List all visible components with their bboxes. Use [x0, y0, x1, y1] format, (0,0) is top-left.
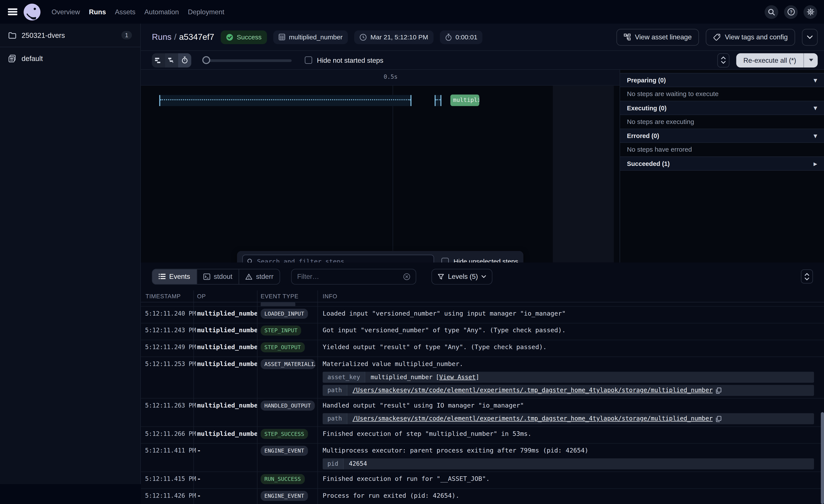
hamburger-menu-icon[interactable] [8, 8, 17, 15]
asset-tag[interactable]: multiplied_number [273, 30, 348, 44]
clear-filter-icon[interactable] [403, 273, 411, 280]
reexecute-all-button[interactable]: Re-execute all (*) [736, 53, 804, 67]
metadata-plain-value: multiplied_number [371, 372, 433, 383]
tag-icon [713, 33, 721, 41]
help-icon[interactable]: ? [784, 5, 798, 19]
gantt-toolbar: Hide not started steps Re-execute all (*… [141, 51, 824, 70]
metadata-row: path/Users/smackesey/stm/code/elementl/e… [323, 413, 814, 424]
terminal-icon [203, 273, 210, 279]
path-link[interactable]: /Users/smackesey/stm/code/elementl/exper… [352, 385, 713, 396]
levels-dropdown-button[interactable]: Levels (5) [432, 269, 493, 284]
gantt-view-mode-toggle [152, 53, 191, 67]
slider-knob[interactable] [202, 56, 210, 64]
events-filter-input[interactable] [297, 272, 403, 280]
col-timestamp: TIMESTAMP [145, 293, 181, 299]
event-type-cell: STEP_OUTPUT [257, 343, 317, 355]
section-errored[interactable]: Errored (0) ▼ [620, 129, 824, 143]
info-text: Process for run exited (pid: 42654). [323, 491, 814, 501]
events-expand-button[interactable] [801, 269, 813, 283]
gantt-waiting-span-short [434, 95, 441, 106]
table-row[interactable]: 5:12:11.243 PMmultiplied_numberSTEP_INPU… [141, 324, 824, 340]
step-search-input[interactable] [257, 258, 429, 263]
header-more-dropdown-button[interactable] [802, 28, 818, 45]
gantt-step-bar[interactable]: multipli… [450, 95, 479, 106]
nav-link-automation[interactable]: Automation [144, 8, 179, 16]
expand-collapse-button[interactable] [717, 53, 729, 67]
axis-tick-label: 0.5s [384, 74, 398, 81]
hide-unselected-checkbox-row[interactable]: Hide unselected steps [441, 258, 518, 263]
timed-view-button[interactable] [178, 53, 191, 67]
section-executing[interactable]: Executing (0) ▼ [620, 101, 824, 115]
op-cell: multiplied_number [193, 401, 257, 410]
gantt-chart[interactable]: multipli… Hide unselected steps [141, 86, 620, 263]
event-type-cell: ENGINE_EVENT [257, 491, 317, 503]
nav-link-deployment[interactable]: Deployment [188, 8, 224, 16]
step-search-box[interactable] [242, 255, 434, 262]
table-row[interactable]: 5:12:11.253 PMmultiplied_numberASSET_MAT… [141, 357, 824, 399]
op-cell: multiplied_number [193, 429, 257, 439]
event-type-badge: ASSET_MATERIALI… [261, 359, 315, 369]
tab-stdout[interactable]: stdout [197, 269, 239, 284]
event-type-cell [257, 302, 317, 306]
col-info: INFO [323, 293, 337, 299]
flat-view-button[interactable] [152, 53, 165, 67]
view-asset-link[interactable]: View Asset [439, 373, 476, 381]
events-table-header: TIMESTAMP OP EVENT TYPE INFO [141, 290, 824, 302]
table-row[interactable]: 5:12:11.411 PM-ENGINE_EVENTMultiprocess … [141, 444, 824, 472]
tab-events[interactable]: Events [152, 269, 197, 284]
copy-icon[interactable] [716, 387, 722, 393]
reexecute-dropdown-button[interactable] [803, 53, 818, 67]
search-icon[interactable] [765, 5, 778, 19]
copy-icon[interactable] [716, 415, 722, 422]
table-row[interactable]: 5:12:11.249 PMmultiplied_numberSTEP_OUTP… [141, 340, 824, 357]
op-cell: multiplied_number [193, 309, 257, 319]
lineage-icon [624, 33, 631, 40]
column-divider [193, 290, 194, 504]
sidebar-item-repository[interactable]: 250321-dvers 1 [0, 24, 140, 47]
info-cell: Process for run exited (pid: 42654). [317, 491, 824, 501]
gantt-gridline [393, 86, 393, 263]
warning-triangle-icon [245, 273, 252, 279]
hide-not-started-checkbox-row[interactable]: Hide not started steps [305, 56, 384, 64]
nav-link-assets[interactable]: Assets [115, 8, 135, 16]
waterfall-view-button[interactable] [165, 53, 178, 67]
dagster-logo-icon[interactable] [23, 3, 41, 21]
op-cell: - [193, 474, 257, 484]
section-preparing[interactable]: Preparing (0) ▼ [620, 73, 824, 87]
settings-gear-icon[interactable] [803, 5, 817, 19]
nav-link-overview[interactable]: Overview [51, 8, 80, 16]
timestamp-cell: 5:12:11.249 PM [141, 343, 194, 352]
timestamp-cell: 5:12:11.263 PM [141, 401, 194, 410]
hide-not-started-checkbox[interactable] [305, 56, 312, 64]
slider-track[interactable] [207, 59, 292, 61]
events-filter-box[interactable] [291, 269, 417, 284]
status-badge: Success [220, 30, 267, 44]
table-row[interactable]: 5:12:11.266 PMmultiplied_numberSTEP_SUCC… [141, 427, 824, 444]
reexecute-split-button: Re-execute all (*) [736, 53, 818, 67]
view-asset-lineage-button[interactable]: View asset lineage [616, 28, 699, 45]
table-row[interactable]: 5:12:11.240 PMmultiplied_numberLOADED_IN… [141, 307, 824, 324]
table-row[interactable] [141, 302, 824, 306]
hide-unselected-checkbox[interactable] [441, 258, 449, 263]
timestamp-cell: 5:12:11.415 PM [141, 474, 194, 484]
view-tags-config-button[interactable]: View tags and config [706, 28, 795, 45]
metadata-key: path [323, 385, 347, 396]
section-succeeded[interactable]: Succeeded (1) ▶ [620, 156, 824, 171]
path-link[interactable]: /Users/smackesey/stm/code/elementl/exper… [352, 413, 713, 424]
table-row[interactable]: 5:12:11.263 PMmultiplied_numberHANDLED_O… [141, 398, 824, 427]
funnel-icon [438, 273, 444, 279]
gantt-zoom-slider[interactable] [202, 56, 292, 65]
table-row[interactable]: 5:12:11.415 PM-RUN_SUCCESSFinished execu… [141, 472, 824, 489]
sidebar-item-group-default[interactable]: default [0, 47, 140, 70]
left-sidebar: 250321-dvers 1 default 250321-dvers ⟳ [0, 24, 141, 484]
metadata-value: 42654 [343, 458, 814, 469]
repo-count-badge: 1 [121, 31, 132, 39]
vertical-scrollbar-thumb[interactable] [821, 412, 824, 504]
info-cell: Materialized value multiplied_number.ass… [317, 359, 824, 396]
tab-stderr[interactable]: stderr [239, 269, 280, 284]
breadcrumb-runs-link[interactable]: Runs [152, 32, 172, 41]
nav-link-runs[interactable]: Runs [89, 8, 106, 16]
bracket: [ [436, 373, 439, 381]
metadata-value: /Users/smackesey/stm/code/elementl/exper… [347, 385, 814, 396]
table-row[interactable]: 5:12:11.426 PM-ENGINE_EVENTProcess for r… [141, 489, 824, 504]
